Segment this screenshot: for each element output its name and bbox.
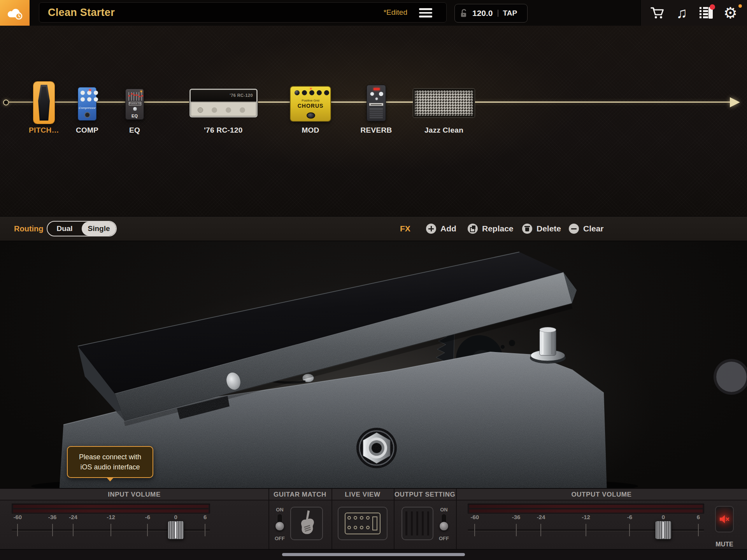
input-volume-slider: -60-36-24-12-606 — [12, 514, 210, 541]
chain-item-cab[interactable] — [413, 89, 475, 117]
preset-title: Clean Starter — [48, 3, 115, 22]
chain-item-mod[interactable]: Positive Grid CHORUS — [290, 86, 331, 121]
scale-tick-label: 6 — [203, 514, 207, 520]
output-setting-toggle-knob[interactable] — [439, 522, 449, 531]
guitar-icon — [296, 510, 317, 537]
app-window: Clean Starter *Edited 120.0 TAP — [0, 0, 747, 560]
delete-button[interactable]: Delete — [522, 217, 561, 241]
eq-knob — [133, 107, 137, 111]
reverb-knob-small — [375, 97, 378, 100]
scale-tick-label: 0 — [174, 514, 177, 520]
routing-option-dual[interactable]: Dual — [47, 222, 82, 236]
add-button[interactable]: Add — [426, 217, 456, 241]
output-setting-button[interactable] — [402, 507, 433, 540]
signal-chain-area: Compressor Positive Grid EQ '76 RC-120 P… — [0, 26, 747, 216]
home-strip — [0, 549, 747, 560]
routing-bar: Routing Dual Single FX Add Replace Delet… — [0, 216, 747, 241]
edited-badge: *Edited — [384, 3, 407, 22]
scale-tick — [698, 524, 699, 536]
output-volume-handle[interactable] — [655, 521, 672, 539]
fx-label: FX — [400, 217, 410, 241]
eq-led — [140, 91, 142, 92]
top-bar: Clean Starter *Edited 120.0 TAP — [0, 0, 747, 26]
comp-footswitch — [84, 112, 90, 118]
output-setting-on-label: ON — [440, 507, 448, 513]
scale-tick-label: -60 — [470, 514, 479, 520]
chorus-art-text: CHORUS — [291, 103, 330, 109]
notification-dot — [710, 4, 715, 10]
chorus-led — [310, 88, 312, 89]
scale-tick — [73, 524, 74, 536]
setlist-icon — [700, 7, 713, 19]
setlist-button[interactable] — [698, 5, 714, 21]
chain-label-reverb[interactable]: REVERB — [345, 126, 407, 135]
input-level-meter — [12, 504, 210, 514]
section-divider — [268, 489, 269, 549]
chain-output-arrow-icon — [730, 97, 740, 107]
chain-item-reverb[interactable] — [366, 85, 386, 121]
eq-slider-caps — [128, 95, 130, 96]
chain-item-pitch[interactable] — [33, 82, 54, 124]
output-setting-title: OUTPUT SETTING — [394, 491, 456, 499]
preset-title-bar[interactable]: Clean Starter *Edited — [39, 2, 447, 23]
speaker-mute-icon — [719, 514, 730, 524]
clear-button[interactable]: Clear — [569, 217, 604, 241]
chorus-knobs — [295, 90, 300, 95]
routing-toggle[interactable]: Dual Single — [47, 221, 117, 236]
scale-tick — [205, 524, 205, 536]
scale-tick-label: -36 — [512, 514, 521, 520]
chain-item-eq[interactable]: Positive Grid EQ — [125, 89, 144, 120]
amp-knobs — [198, 107, 203, 113]
gear-icon: ⚙ — [723, 5, 737, 21]
chain-item-amp[interactable]: '76 RC-120 — [189, 89, 258, 117]
chain-label-mod[interactable]: MOD — [279, 126, 342, 135]
section-divider — [456, 489, 457, 549]
amp-control-panel: '76 RC-120 — [191, 90, 256, 102]
home-indicator[interactable] — [282, 553, 465, 556]
mute-button[interactable] — [715, 506, 734, 532]
scale-tick-label: -24 — [69, 514, 77, 520]
music-note-icon: ♫ — [676, 5, 687, 21]
scale-tick-label: -24 — [537, 514, 545, 520]
hamburger-menu-icon[interactable] — [419, 8, 432, 18]
scale-tick-label: -6 — [627, 514, 632, 520]
output-level-meter — [468, 504, 704, 514]
jam-tracks-button[interactable]: ♫ — [674, 5, 689, 21]
section-divider — [331, 489, 332, 549]
input-volume-handle[interactable] — [168, 521, 184, 539]
live-view-button[interactable] — [338, 507, 388, 540]
chain-label-cab[interactable]: Jazz Clean — [413, 126, 475, 135]
store-button[interactable] — [650, 5, 665, 21]
output-volume-slider: -60-36-24-12-606 — [468, 514, 704, 541]
scale-tick — [110, 524, 111, 536]
settings-button[interactable]: ⚙ — [722, 5, 738, 21]
guitar-match-button[interactable] — [290, 507, 323, 540]
bottom-control-panel: INPUT VOLUME GUITAR MATCH LIVE VIEW OUTP… — [0, 488, 747, 549]
guitar-match-toggle-knob[interactable] — [275, 522, 284, 531]
amp-art-text: '76 RC-120 — [230, 93, 253, 98]
eq-art-text: EQ — [126, 114, 144, 118]
live-view-title: LIVE VIEW — [331, 491, 394, 499]
routing-option-single[interactable]: Single — [82, 222, 116, 236]
scale-tick-label: 6 — [697, 514, 700, 520]
bpm-value[interactable]: 120.0 — [472, 9, 493, 18]
floating-control-button[interactable] — [716, 362, 747, 392]
output-setting-off-label: OFF — [439, 536, 449, 541]
reverb-switch — [370, 108, 383, 119]
replace-circle-icon — [468, 224, 478, 234]
scale-tick — [586, 524, 586, 536]
chain-label-amp[interactable]: '76 RC-120 — [192, 126, 254, 135]
tempo-control[interactable]: 120.0 TAP — [454, 4, 528, 23]
replace-button[interactable]: Replace — [468, 217, 514, 241]
cloud-sync-icon — [6, 6, 23, 20]
scale-tick-label: -36 — [48, 514, 57, 520]
scale-tick-label: -12 — [107, 514, 115, 520]
scale-tick-label: 0 — [662, 514, 665, 520]
section-divider — [394, 489, 395, 549]
tap-tempo-button[interactable]: TAP — [503, 9, 517, 18]
pedal-detail-view[interactable]: Please connect with iOS audio interface — [0, 241, 747, 488]
shopping-cart-icon — [651, 7, 665, 19]
chain-item-comp[interactable]: Compressor — [78, 87, 96, 121]
chain-label-eq[interactable]: EQ — [103, 126, 166, 135]
cloud-sync-button[interactable] — [0, 0, 30, 26]
